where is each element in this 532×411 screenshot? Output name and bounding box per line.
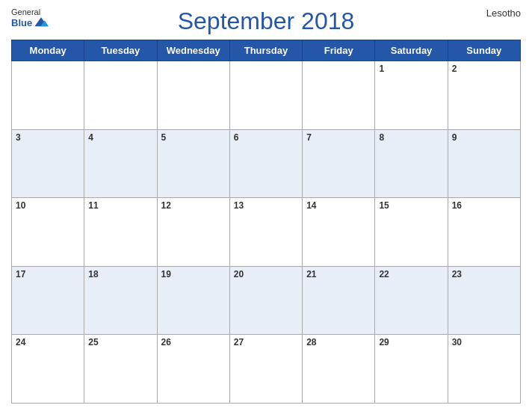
country-label: Lesotho xyxy=(486,7,521,19)
calendar-cell xyxy=(12,61,84,130)
weekday-header-row: Monday Tuesday Wednesday Thursday Friday… xyxy=(12,40,521,61)
calendar-cell: 5 xyxy=(157,129,229,198)
calendar-cell: 18 xyxy=(84,266,157,335)
day-number: 6 xyxy=(234,132,239,143)
calendar-cell: 13 xyxy=(229,198,302,267)
calendar-cell: 3 xyxy=(12,129,84,198)
calendar-cell: 2 xyxy=(448,61,520,130)
calendar-cell xyxy=(229,61,302,130)
day-number: 22 xyxy=(379,269,389,279)
calendar-cell: 26 xyxy=(157,335,229,404)
calendar-cell: 8 xyxy=(375,129,448,198)
calendar-cell: 20 xyxy=(229,266,302,335)
day-number: 24 xyxy=(16,337,25,347)
calendar-week-row: 17181920212223 xyxy=(12,266,521,335)
calendar-table: Monday Tuesday Wednesday Thursday Friday… xyxy=(11,40,521,404)
calendar-cell: 4 xyxy=(84,129,157,198)
calendar-cell: 19 xyxy=(157,266,229,335)
day-number: 16 xyxy=(452,200,462,211)
calendar-cell: 14 xyxy=(303,198,375,267)
col-tuesday: Tuesday xyxy=(84,40,157,61)
day-number: 25 xyxy=(88,337,98,347)
day-number: 30 xyxy=(452,337,462,347)
col-wednesday: Wednesday xyxy=(157,40,229,61)
day-number: 3 xyxy=(16,132,21,143)
day-number: 9 xyxy=(452,132,457,143)
logo-blue: Blue xyxy=(11,17,32,28)
calendar-cell: 22 xyxy=(375,266,448,335)
calendar-cell: 1 xyxy=(375,61,448,130)
day-number: 17 xyxy=(16,269,25,279)
calendar-cell: 16 xyxy=(448,198,520,267)
calendar-cell xyxy=(303,61,375,130)
day-number: 13 xyxy=(234,200,244,211)
day-number: 21 xyxy=(306,269,316,279)
logo-icon xyxy=(34,16,49,28)
day-number: 29 xyxy=(379,337,389,347)
calendar-cell: 15 xyxy=(375,198,448,267)
calendar-cell: 12 xyxy=(157,198,229,267)
day-number: 18 xyxy=(88,269,98,279)
calendar-cell xyxy=(157,61,229,130)
day-number: 19 xyxy=(161,269,171,279)
col-sunday: Sunday xyxy=(448,40,520,61)
calendar-title: September 2018 xyxy=(178,7,355,35)
calendar-cell: 23 xyxy=(448,266,520,335)
day-number: 14 xyxy=(306,200,316,211)
day-number: 28 xyxy=(306,337,316,347)
calendar-cell xyxy=(84,61,157,130)
calendar-cell: 25 xyxy=(84,335,157,404)
day-number: 27 xyxy=(234,337,244,347)
calendar-cell: 7 xyxy=(303,129,375,198)
day-number: 8 xyxy=(379,132,384,143)
logo: General Blue xyxy=(11,7,49,28)
calendar-week-row: 12 xyxy=(12,61,521,130)
calendar-cell: 11 xyxy=(84,198,157,267)
calendar-week-row: 10111213141516 xyxy=(12,198,521,267)
day-number: 12 xyxy=(161,200,171,211)
calendar-cell: 24 xyxy=(12,335,84,404)
col-monday: Monday xyxy=(12,40,84,61)
calendar-cell: 29 xyxy=(375,335,448,404)
calendar-cell: 17 xyxy=(12,266,84,335)
day-number: 10 xyxy=(16,200,25,211)
col-friday: Friday xyxy=(303,40,375,61)
calendar-week-row: 3456789 xyxy=(12,129,521,198)
col-saturday: Saturday xyxy=(375,40,448,61)
day-number: 5 xyxy=(161,132,167,143)
calendar-cell: 9 xyxy=(448,129,520,198)
calendar-week-row: 24252627282930 xyxy=(12,335,521,404)
day-number: 26 xyxy=(161,337,171,347)
day-number: 1 xyxy=(379,64,384,74)
page-header: General Blue September 2018 Lesotho xyxy=(11,7,521,35)
day-number: 11 xyxy=(88,200,98,211)
day-number: 4 xyxy=(88,132,93,143)
day-number: 23 xyxy=(452,269,462,279)
calendar-cell: 21 xyxy=(303,266,375,335)
day-number: 2 xyxy=(452,64,457,74)
day-number: 7 xyxy=(306,132,312,143)
col-thursday: Thursday xyxy=(229,40,302,61)
calendar-cell: 6 xyxy=(229,129,302,198)
calendar-cell: 10 xyxy=(12,198,84,267)
day-number: 20 xyxy=(234,269,244,279)
calendar-cell: 30 xyxy=(448,335,520,404)
calendar-cell: 28 xyxy=(303,335,375,404)
calendar-cell: 27 xyxy=(229,335,302,404)
day-number: 15 xyxy=(379,200,389,211)
logo-general: General xyxy=(11,7,49,16)
